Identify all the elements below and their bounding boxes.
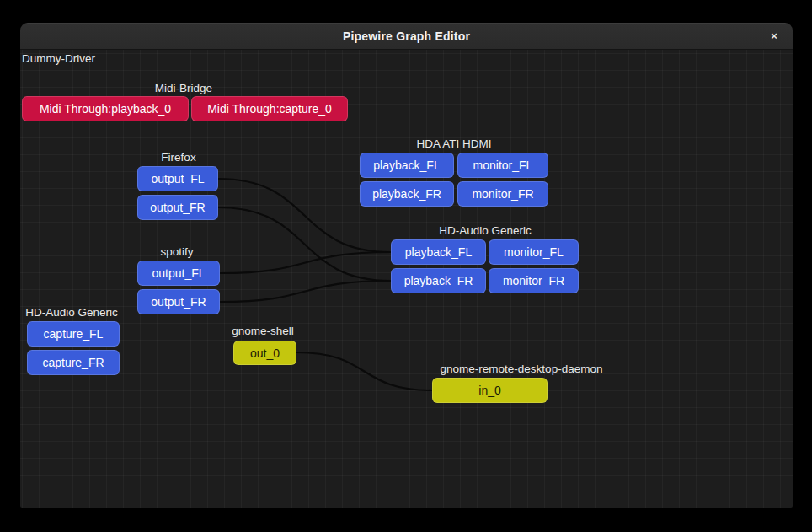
port-gnome-shell-out_0[interactable]: out_0 bbox=[233, 341, 296, 365]
node-title-hd-audio-generic-capture: HD-Audio Generic bbox=[25, 306, 118, 319]
port-hd-audio-generic-playback-monitor_FR[interactable]: monitor_FR bbox=[489, 268, 579, 293]
graph-canvas[interactable]: Dummy-DriverMidi-BridgeMidi Through:play… bbox=[20, 50, 793, 508]
port-hda-ati-hdmi-playback_FR[interactable]: playback_FR bbox=[360, 181, 454, 207]
node-title-gnome-shell: gnome-shell bbox=[232, 325, 294, 337]
port-hda-ati-hdmi-playback_FL[interactable]: playback_FL bbox=[360, 153, 454, 178]
node-title-gnome-remote-desktop-daemon: gnome-remote-desktop-daemon bbox=[441, 363, 603, 375]
nodes-layer: Dummy-DriverMidi-BridgeMidi Through:play… bbox=[20, 50, 793, 508]
close-icon[interactable]: × bbox=[764, 26, 784, 46]
port-hd-audio-generic-playback-playback_FL[interactable]: playback_FL bbox=[391, 239, 486, 265]
port-hd-audio-generic-playback-playback_FR[interactable]: playback_FR bbox=[391, 268, 486, 293]
node-title-firefox: Firefox bbox=[161, 151, 195, 164]
pipewire-graph-editor-window: Pipewire Graph Editor × Dummy-DriverMidi… bbox=[20, 23, 793, 508]
window-title: Pipewire Graph Editor bbox=[343, 30, 470, 43]
node-title-hd-audio-generic-playback: HD-Audio Generic bbox=[439, 224, 532, 237]
port-firefox-output_FL[interactable]: output_FL bbox=[137, 166, 218, 191]
port-hda-ati-hdmi-monitor_FR[interactable]: monitor_FR bbox=[457, 181, 548, 207]
port-hda-ati-hdmi-monitor_FL[interactable]: monitor_FL bbox=[457, 153, 548, 178]
port-firefox-output_FR[interactable]: output_FR bbox=[137, 195, 218, 220]
port-midi-bridge-Midi Through:capture_0[interactable]: Midi Through:capture_0 bbox=[191, 96, 348, 121]
node-title-spotify: spotify bbox=[160, 245, 193, 258]
node-title-dummy-driver: Dummy-Driver bbox=[22, 52, 95, 65]
node-title-midi-bridge: Midi-Bridge bbox=[155, 82, 212, 94]
port-spotify-output_FL[interactable]: output_FL bbox=[137, 261, 220, 286]
titlebar[interactable]: Pipewire Graph Editor × bbox=[20, 23, 793, 50]
port-hd-audio-generic-capture-capture_FR[interactable]: capture_FR bbox=[27, 350, 120, 375]
node-title-hda-ati-hdmi: HDA ATI HDMI bbox=[416, 137, 491, 150]
port-hd-audio-generic-playback-monitor_FL[interactable]: monitor_FL bbox=[489, 239, 579, 265]
port-midi-bridge-Midi Through:playback_0[interactable]: Midi Through:playback_0 bbox=[22, 96, 189, 121]
port-spotify-output_FR[interactable]: output_FR bbox=[137, 289, 220, 314]
port-hd-audio-generic-capture-capture_FL[interactable]: capture_FL bbox=[27, 321, 120, 347]
port-gnome-remote-desktop-daemon-in_0[interactable]: in_0 bbox=[432, 378, 548, 403]
